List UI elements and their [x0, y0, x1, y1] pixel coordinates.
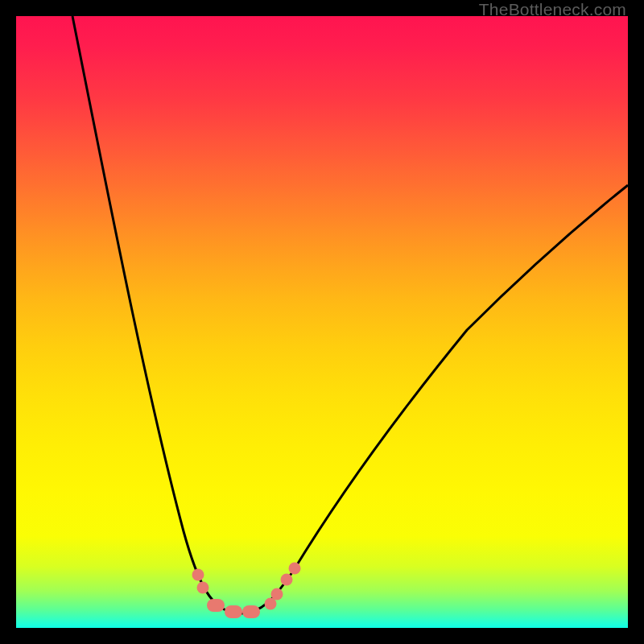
data-marker [225, 605, 242, 618]
data-marker [242, 605, 260, 618]
curve-left-branch [72, 16, 240, 613]
data-marker [197, 582, 209, 594]
curve-right-branch [240, 185, 628, 613]
plot-area [16, 16, 628, 628]
chart-frame: TheBottleneck.com [0, 0, 644, 644]
data-marker [207, 599, 225, 612]
data-marker [281, 574, 293, 586]
data-marker [271, 588, 283, 601]
bottleneck-curve [16, 16, 628, 628]
watermark-text: TheBottleneck.com [479, 0, 626, 19]
data-marker [289, 563, 301, 575]
data-marker [192, 569, 204, 581]
